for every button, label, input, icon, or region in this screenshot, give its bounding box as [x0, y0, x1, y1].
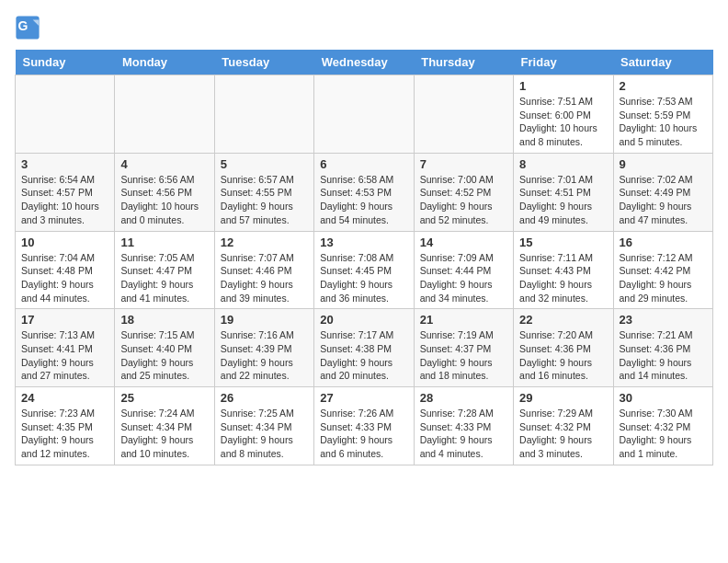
- weekday-header-monday: Monday: [115, 50, 214, 75]
- day-number: 2: [620, 79, 707, 93]
- calendar-cell: 1Sunrise: 7:51 AM Sunset: 6:00 PM Daylig…: [514, 75, 613, 154]
- day-number: 6: [320, 157, 407, 171]
- calendar-cell: 15Sunrise: 7:11 AM Sunset: 4:43 PM Dayli…: [514, 231, 613, 309]
- day-number: 1: [519, 79, 607, 93]
- calendar-week-4: 24Sunrise: 7:23 AM Sunset: 4:35 PM Dayli…: [16, 387, 713, 465]
- day-info: Sunrise: 7:00 AM Sunset: 4:52 PM Dayligh…: [420, 173, 507, 227]
- calendar-body: 1Sunrise: 7:51 AM Sunset: 6:00 PM Daylig…: [16, 75, 713, 465]
- calendar-cell: 2Sunrise: 7:53 AM Sunset: 5:59 PM Daylig…: [613, 75, 712, 154]
- day-info: Sunrise: 7:02 AM Sunset: 4:49 PM Dayligh…: [620, 173, 707, 227]
- calendar-cell: 28Sunrise: 7:28 AM Sunset: 4:33 PM Dayli…: [414, 387, 513, 465]
- calendar-cell: 30Sunrise: 7:30 AM Sunset: 4:32 PM Dayli…: [613, 387, 712, 465]
- weekday-header-saturday: Saturday: [613, 50, 712, 75]
- day-number: 12: [221, 236, 308, 249]
- day-number: 24: [21, 391, 108, 405]
- calendar-cell: 29Sunrise: 7:29 AM Sunset: 4:32 PM Dayli…: [514, 387, 613, 465]
- weekday-header-friday: Friday: [514, 50, 613, 75]
- calendar-week-2: 10Sunrise: 7:04 AM Sunset: 4:48 PM Dayli…: [16, 231, 713, 309]
- day-number: 8: [519, 157, 607, 171]
- day-number: 21: [420, 313, 507, 327]
- day-info: Sunrise: 7:09 AM Sunset: 4:44 PM Dayligh…: [420, 251, 507, 305]
- calendar-cell: 4Sunrise: 6:56 AM Sunset: 4:56 PM Daylig…: [115, 153, 214, 231]
- day-info: Sunrise: 6:57 AM Sunset: 4:55 PM Dayligh…: [221, 173, 308, 227]
- day-number: 14: [420, 236, 507, 249]
- calendar-cell: 19Sunrise: 7:16 AM Sunset: 4:39 PM Dayli…: [214, 309, 313, 387]
- day-number: 9: [620, 157, 707, 171]
- calendar-cell: 23Sunrise: 7:21 AM Sunset: 4:36 PM Dayli…: [613, 309, 712, 387]
- day-number: 23: [620, 313, 707, 327]
- calendar-week-1: 3Sunrise: 6:54 AM Sunset: 4:57 PM Daylig…: [16, 153, 713, 231]
- day-info: Sunrise: 7:01 AM Sunset: 4:51 PM Dayligh…: [519, 173, 607, 227]
- calendar-cell: 16Sunrise: 7:12 AM Sunset: 4:42 PM Dayli…: [613, 231, 712, 309]
- calendar-cell: 6Sunrise: 6:58 AM Sunset: 4:53 PM Daylig…: [314, 153, 414, 231]
- header-row: SundayMondayTuesdayWednesdayThursdayFrid…: [16, 50, 713, 75]
- day-info: Sunrise: 7:16 AM Sunset: 4:39 PM Dayligh…: [221, 328, 308, 383]
- calendar-week-3: 17Sunrise: 7:13 AM Sunset: 4:41 PM Dayli…: [16, 309, 713, 387]
- day-number: 20: [320, 313, 407, 327]
- calendar-cell: 21Sunrise: 7:19 AM Sunset: 4:37 PM Dayli…: [414, 309, 513, 387]
- day-number: 25: [120, 391, 208, 405]
- weekday-header-tuesday: Tuesday: [214, 50, 313, 75]
- day-info: Sunrise: 7:20 AM Sunset: 4:36 PM Dayligh…: [519, 328, 607, 383]
- calendar-cell: [115, 75, 214, 154]
- day-info: Sunrise: 7:28 AM Sunset: 4:33 PM Dayligh…: [420, 407, 507, 461]
- day-info: Sunrise: 7:51 AM Sunset: 6:00 PM Dayligh…: [519, 95, 607, 149]
- day-number: 19: [221, 313, 308, 327]
- day-info: Sunrise: 7:17 AM Sunset: 4:38 PM Dayligh…: [320, 328, 407, 383]
- day-number: 5: [221, 157, 308, 171]
- day-info: Sunrise: 7:13 AM Sunset: 4:41 PM Dayligh…: [21, 328, 108, 383]
- weekday-header-wednesday: Wednesday: [314, 50, 414, 75]
- day-number: 13: [320, 236, 407, 249]
- calendar-cell: 20Sunrise: 7:17 AM Sunset: 4:38 PM Dayli…: [314, 309, 414, 387]
- day-number: 28: [420, 391, 507, 405]
- weekday-header-thursday: Thursday: [414, 50, 513, 75]
- day-number: 26: [221, 391, 308, 405]
- day-number: 3: [21, 157, 108, 171]
- day-info: Sunrise: 7:24 AM Sunset: 4:34 PM Dayligh…: [120, 407, 208, 461]
- calendar-cell: 22Sunrise: 7:20 AM Sunset: 4:36 PM Dayli…: [514, 309, 613, 387]
- calendar-cell: 8Sunrise: 7:01 AM Sunset: 4:51 PM Daylig…: [514, 153, 613, 231]
- calendar-cell: 18Sunrise: 7:15 AM Sunset: 4:40 PM Dayli…: [115, 309, 214, 387]
- day-number: 16: [620, 236, 707, 249]
- calendar-cell: 26Sunrise: 7:25 AM Sunset: 4:34 PM Dayli…: [214, 387, 313, 465]
- weekday-header-sunday: Sunday: [16, 50, 115, 75]
- day-info: Sunrise: 7:21 AM Sunset: 4:36 PM Dayligh…: [620, 328, 707, 383]
- day-number: 4: [120, 157, 208, 171]
- calendar-cell: [16, 75, 115, 154]
- day-info: Sunrise: 7:08 AM Sunset: 4:45 PM Dayligh…: [320, 251, 407, 305]
- calendar-cell: [214, 75, 313, 154]
- calendar-week-0: 1Sunrise: 7:51 AM Sunset: 6:00 PM Daylig…: [16, 75, 713, 154]
- day-info: Sunrise: 7:26 AM Sunset: 4:33 PM Dayligh…: [320, 407, 407, 461]
- calendar-cell: 14Sunrise: 7:09 AM Sunset: 4:44 PM Dayli…: [414, 231, 513, 309]
- calendar-cell: 3Sunrise: 6:54 AM Sunset: 4:57 PM Daylig…: [16, 153, 115, 231]
- day-info: Sunrise: 7:07 AM Sunset: 4:46 PM Dayligh…: [221, 251, 308, 305]
- calendar-cell: 24Sunrise: 7:23 AM Sunset: 4:35 PM Dayli…: [16, 387, 115, 465]
- header: G: [15, 15, 713, 40]
- day-info: Sunrise: 7:12 AM Sunset: 4:42 PM Dayligh…: [620, 251, 707, 305]
- day-number: 22: [519, 313, 607, 327]
- calendar-cell: 11Sunrise: 7:05 AM Sunset: 4:47 PM Dayli…: [115, 231, 214, 309]
- svg-text:G: G: [18, 18, 28, 33]
- calendar-cell: 13Sunrise: 7:08 AM Sunset: 4:45 PM Dayli…: [314, 231, 414, 309]
- day-number: 7: [420, 157, 507, 171]
- calendar-cell: 17Sunrise: 7:13 AM Sunset: 4:41 PM Dayli…: [16, 309, 115, 387]
- day-info: Sunrise: 7:11 AM Sunset: 4:43 PM Dayligh…: [519, 251, 607, 305]
- day-info: Sunrise: 7:15 AM Sunset: 4:40 PM Dayligh…: [120, 328, 208, 383]
- day-info: Sunrise: 7:05 AM Sunset: 4:47 PM Dayligh…: [120, 251, 208, 305]
- day-info: Sunrise: 6:54 AM Sunset: 4:57 PM Dayligh…: [21, 173, 108, 227]
- calendar-cell: 9Sunrise: 7:02 AM Sunset: 4:49 PM Daylig…: [613, 153, 712, 231]
- day-number: 18: [120, 313, 208, 327]
- day-number: 11: [120, 236, 208, 249]
- day-info: Sunrise: 6:56 AM Sunset: 4:56 PM Dayligh…: [120, 173, 208, 227]
- day-info: Sunrise: 7:30 AM Sunset: 4:32 PM Dayligh…: [620, 407, 707, 461]
- logo: G: [15, 15, 44, 40]
- day-number: 17: [21, 313, 108, 327]
- day-number: 15: [519, 236, 607, 249]
- calendar-cell: 12Sunrise: 7:07 AM Sunset: 4:46 PM Dayli…: [214, 231, 313, 309]
- day-info: Sunrise: 6:58 AM Sunset: 4:53 PM Dayligh…: [320, 173, 407, 227]
- calendar-cell: 7Sunrise: 7:00 AM Sunset: 4:52 PM Daylig…: [414, 153, 513, 231]
- calendar-cell: [314, 75, 414, 154]
- day-number: 10: [21, 236, 108, 249]
- calendar-cell: 27Sunrise: 7:26 AM Sunset: 4:33 PM Dayli…: [314, 387, 414, 465]
- calendar-header: SundayMondayTuesdayWednesdayThursdayFrid…: [16, 50, 713, 75]
